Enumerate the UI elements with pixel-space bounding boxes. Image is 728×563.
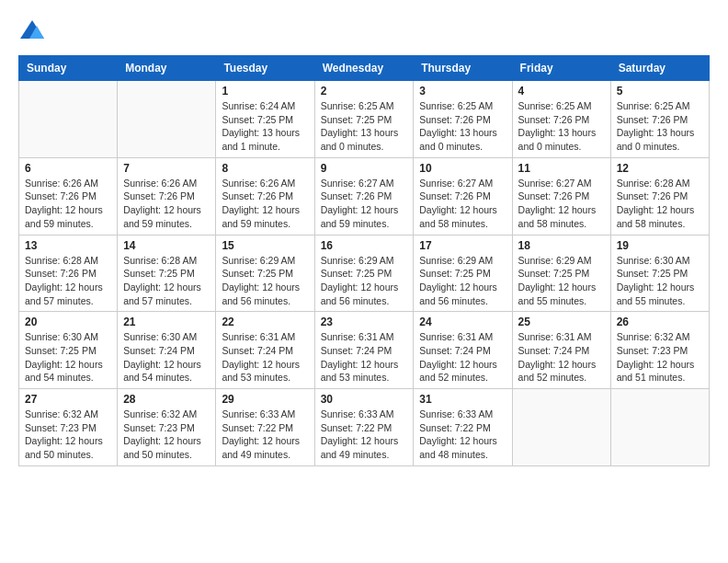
day-number: 15 bbox=[222, 239, 308, 252]
calendar-cell: 30Sunrise: 6:33 AM Sunset: 7:22 PM Dayli… bbox=[314, 389, 414, 466]
calendar-cell: 10Sunrise: 6:27 AM Sunset: 7:26 PM Dayli… bbox=[414, 157, 512, 235]
logo-icon bbox=[18, 18, 46, 46]
day-number: 6 bbox=[25, 162, 111, 175]
day-number: 18 bbox=[518, 239, 605, 252]
weekday-header: Wednesday bbox=[314, 56, 414, 81]
day-number: 24 bbox=[419, 316, 506, 328]
day-number: 16 bbox=[321, 239, 408, 252]
day-info: Sunrise: 6:26 AM Sunset: 7:26 PM Dayligh… bbox=[222, 177, 308, 231]
weekday-header: Tuesday bbox=[216, 56, 314, 81]
calendar-cell: 15Sunrise: 6:29 AM Sunset: 7:25 PM Dayli… bbox=[216, 235, 314, 312]
day-number: 22 bbox=[222, 316, 308, 328]
calendar-cell: 18Sunrise: 6:29 AM Sunset: 7:25 PM Dayli… bbox=[512, 235, 610, 312]
day-number: 1 bbox=[222, 85, 308, 98]
calendar-cell: 31Sunrise: 6:33 AM Sunset: 7:22 PM Dayli… bbox=[414, 389, 512, 466]
calendar-cell: 4Sunrise: 6:25 AM Sunset: 7:26 PM Daylig… bbox=[512, 81, 610, 158]
day-number: 17 bbox=[419, 239, 506, 252]
day-number: 25 bbox=[518, 316, 605, 328]
day-number: 23 bbox=[321, 316, 408, 328]
day-number: 28 bbox=[123, 393, 210, 406]
day-number: 2 bbox=[321, 85, 408, 98]
calendar-cell: 2Sunrise: 6:25 AM Sunset: 7:25 PM Daylig… bbox=[314, 81, 414, 158]
day-number: 30 bbox=[321, 393, 408, 406]
calendar-cell: 20Sunrise: 6:30 AM Sunset: 7:25 PM Dayli… bbox=[19, 312, 118, 389]
day-number: 27 bbox=[25, 393, 111, 406]
day-number: 12 bbox=[617, 162, 703, 175]
calendar-week-row: 27Sunrise: 6:32 AM Sunset: 7:23 PM Dayli… bbox=[19, 389, 710, 466]
calendar-cell bbox=[512, 389, 610, 466]
day-number: 26 bbox=[617, 316, 703, 328]
calendar-cell: 9Sunrise: 6:27 AM Sunset: 7:26 PM Daylig… bbox=[314, 157, 414, 235]
calendar-cell: 6Sunrise: 6:26 AM Sunset: 7:26 PM Daylig… bbox=[19, 157, 118, 235]
day-number: 14 bbox=[123, 239, 210, 252]
day-number: 11 bbox=[518, 162, 605, 175]
calendar-cell bbox=[19, 81, 118, 158]
day-number: 31 bbox=[419, 393, 506, 406]
calendar-cell: 19Sunrise: 6:30 AM Sunset: 7:25 PM Dayli… bbox=[610, 235, 709, 312]
day-info: Sunrise: 6:27 AM Sunset: 7:26 PM Dayligh… bbox=[518, 177, 605, 231]
day-info: Sunrise: 6:29 AM Sunset: 7:25 PM Dayligh… bbox=[518, 254, 605, 308]
calendar-cell: 7Sunrise: 6:26 AM Sunset: 7:26 PM Daylig… bbox=[118, 157, 216, 235]
day-info: Sunrise: 6:27 AM Sunset: 7:26 PM Dayligh… bbox=[419, 177, 506, 231]
weekday-header: Saturday bbox=[610, 56, 709, 81]
page-header bbox=[18, 18, 710, 46]
day-info: Sunrise: 6:33 AM Sunset: 7:22 PM Dayligh… bbox=[321, 408, 408, 462]
day-number: 13 bbox=[25, 239, 111, 252]
calendar-cell: 17Sunrise: 6:29 AM Sunset: 7:25 PM Dayli… bbox=[414, 235, 512, 312]
day-info: Sunrise: 6:31 AM Sunset: 7:24 PM Dayligh… bbox=[222, 330, 308, 385]
day-info: Sunrise: 6:28 AM Sunset: 7:26 PM Dayligh… bbox=[25, 254, 111, 308]
day-number: 20 bbox=[25, 316, 111, 328]
day-info: Sunrise: 6:29 AM Sunset: 7:25 PM Dayligh… bbox=[321, 254, 408, 308]
day-info: Sunrise: 6:27 AM Sunset: 7:26 PM Dayligh… bbox=[321, 177, 408, 231]
day-info: Sunrise: 6:32 AM Sunset: 7:23 PM Dayligh… bbox=[617, 330, 703, 385]
calendar-cell bbox=[118, 81, 216, 158]
day-info: Sunrise: 6:26 AM Sunset: 7:26 PM Dayligh… bbox=[25, 177, 111, 231]
day-number: 3 bbox=[419, 85, 506, 98]
day-number: 10 bbox=[419, 162, 506, 175]
calendar-cell bbox=[610, 389, 709, 466]
day-number: 19 bbox=[617, 239, 703, 252]
calendar-cell: 13Sunrise: 6:28 AM Sunset: 7:26 PM Dayli… bbox=[19, 235, 118, 312]
day-info: Sunrise: 6:31 AM Sunset: 7:24 PM Dayligh… bbox=[419, 330, 506, 385]
calendar-cell: 21Sunrise: 6:30 AM Sunset: 7:24 PM Dayli… bbox=[118, 312, 216, 389]
calendar-cell: 27Sunrise: 6:32 AM Sunset: 7:23 PM Dayli… bbox=[19, 389, 118, 466]
day-info: Sunrise: 6:30 AM Sunset: 7:25 PM Dayligh… bbox=[617, 254, 703, 308]
calendar-week-row: 20Sunrise: 6:30 AM Sunset: 7:25 PM Dayli… bbox=[19, 312, 710, 389]
day-info: Sunrise: 6:26 AM Sunset: 7:26 PM Dayligh… bbox=[123, 177, 210, 231]
day-info: Sunrise: 6:31 AM Sunset: 7:24 PM Dayligh… bbox=[518, 330, 605, 385]
calendar-cell: 14Sunrise: 6:28 AM Sunset: 7:25 PM Dayli… bbox=[118, 235, 216, 312]
day-number: 21 bbox=[123, 316, 210, 328]
calendar-cell: 26Sunrise: 6:32 AM Sunset: 7:23 PM Dayli… bbox=[610, 312, 709, 389]
day-info: Sunrise: 6:31 AM Sunset: 7:24 PM Dayligh… bbox=[321, 330, 408, 385]
day-info: Sunrise: 6:29 AM Sunset: 7:25 PM Dayligh… bbox=[419, 254, 506, 308]
day-number: 7 bbox=[123, 162, 210, 175]
weekday-header: Friday bbox=[512, 56, 610, 81]
day-number: 4 bbox=[518, 85, 605, 98]
day-info: Sunrise: 6:30 AM Sunset: 7:25 PM Dayligh… bbox=[25, 330, 111, 385]
day-info: Sunrise: 6:28 AM Sunset: 7:25 PM Dayligh… bbox=[123, 254, 210, 308]
calendar-cell: 24Sunrise: 6:31 AM Sunset: 7:24 PM Dayli… bbox=[414, 312, 512, 389]
calendar-cell: 11Sunrise: 6:27 AM Sunset: 7:26 PM Dayli… bbox=[512, 157, 610, 235]
day-info: Sunrise: 6:29 AM Sunset: 7:25 PM Dayligh… bbox=[222, 254, 308, 308]
calendar-cell: 29Sunrise: 6:33 AM Sunset: 7:22 PM Dayli… bbox=[216, 389, 314, 466]
weekday-header: Thursday bbox=[414, 56, 512, 81]
day-info: Sunrise: 6:33 AM Sunset: 7:22 PM Dayligh… bbox=[419, 408, 506, 462]
day-number: 9 bbox=[321, 162, 408, 175]
weekday-header-row: SundayMondayTuesdayWednesdayThursdayFrid… bbox=[19, 56, 710, 81]
calendar-cell: 23Sunrise: 6:31 AM Sunset: 7:24 PM Dayli… bbox=[314, 312, 414, 389]
day-number: 29 bbox=[222, 393, 308, 406]
calendar-cell: 22Sunrise: 6:31 AM Sunset: 7:24 PM Dayli… bbox=[216, 312, 314, 389]
calendar-cell: 3Sunrise: 6:25 AM Sunset: 7:26 PM Daylig… bbox=[414, 81, 512, 158]
day-info: Sunrise: 6:25 AM Sunset: 7:26 PM Dayligh… bbox=[617, 99, 703, 154]
day-info: Sunrise: 6:25 AM Sunset: 7:26 PM Dayligh… bbox=[419, 99, 506, 154]
day-info: Sunrise: 6:25 AM Sunset: 7:25 PM Dayligh… bbox=[321, 99, 408, 154]
calendar-week-row: 1Sunrise: 6:24 AM Sunset: 7:25 PM Daylig… bbox=[19, 81, 710, 158]
logo bbox=[18, 18, 50, 46]
day-info: Sunrise: 6:24 AM Sunset: 7:25 PM Dayligh… bbox=[222, 99, 308, 154]
day-info: Sunrise: 6:28 AM Sunset: 7:26 PM Dayligh… bbox=[617, 177, 703, 231]
calendar-cell: 28Sunrise: 6:32 AM Sunset: 7:23 PM Dayli… bbox=[118, 389, 216, 466]
weekday-header: Monday bbox=[118, 56, 216, 81]
calendar-week-row: 13Sunrise: 6:28 AM Sunset: 7:26 PM Dayli… bbox=[19, 235, 710, 312]
weekday-header: Sunday bbox=[19, 56, 118, 81]
day-number: 8 bbox=[222, 162, 308, 175]
